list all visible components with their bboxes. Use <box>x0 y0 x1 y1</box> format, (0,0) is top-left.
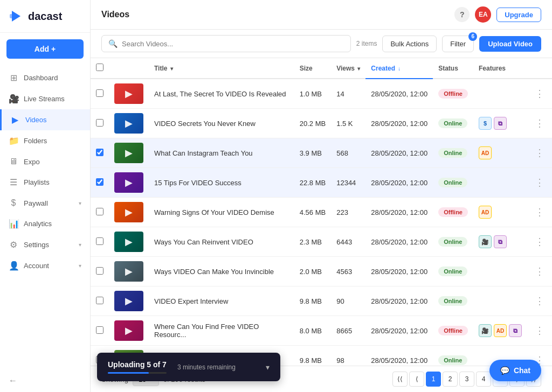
sidebar-item-account[interactable]: 👤 Account ▾ <box>0 255 90 276</box>
sidebar-item-playlists[interactable]: ☰ Playlists <box>0 172 90 193</box>
sidebar-item-label: Playlists <box>24 178 81 186</box>
video-status: Online <box>433 286 473 316</box>
page-first-button[interactable]: ⟨⟨ <box>392 372 408 387</box>
row-more-cell: ⋮ <box>527 286 552 316</box>
row-checkbox[interactable] <box>96 178 104 186</box>
upload-progress-bar <box>108 372 167 374</box>
status-badge: Online <box>438 355 467 365</box>
row-more-button[interactable]: ⋮ <box>533 324 547 338</box>
page-1-button[interactable]: 1 <box>426 372 441 387</box>
sidebar-item-folders[interactable]: 📁 Folders <box>0 130 90 151</box>
play-icon: ▶ <box>125 236 133 248</box>
feature-ad: AD <box>479 206 492 219</box>
header-actions: ? EA Upgrade <box>454 6 541 23</box>
sidebar-item-dashboard[interactable]: ⊞ Dashboard <box>0 67 90 88</box>
header-title[interactable]: Title ▾ <box>149 58 294 79</box>
row-checkbox-cell <box>91 316 109 346</box>
table-body: ▶ At Last, The Secret To VIDEO Is Reveal… <box>91 79 552 366</box>
video-title[interactable]: 15 Tips For VIDEO Success <box>149 168 294 198</box>
playlists-icon: ☰ <box>9 177 18 187</box>
select-all-checkbox[interactable] <box>96 64 104 71</box>
feature-ad: AD <box>494 324 507 337</box>
row-checkbox-cell <box>91 198 109 227</box>
feature-ad: AD <box>479 146 492 159</box>
row-more-button[interactable]: ⋮ <box>533 146 547 160</box>
video-created: 28/05/2020, 12:00 <box>365 79 433 109</box>
sidebar-item-videos[interactable]: ▶ Videos <box>0 109 90 130</box>
help-button[interactable]: ? <box>454 7 470 22</box>
row-checkbox[interactable] <box>96 326 104 334</box>
page-2-button[interactable]: 2 <box>443 372 458 387</box>
upload-bar-text: Uploading 5 of 7 <box>108 360 167 369</box>
row-checkbox[interactable] <box>96 119 104 127</box>
row-checkbox[interactable] <box>96 149 104 156</box>
chat-button[interactable]: 💬 Chat <box>489 360 541 381</box>
sidebar-item-live-streams[interactable]: 🎥 Live Streams <box>0 88 90 109</box>
avatar[interactable]: EA <box>475 6 491 23</box>
upgrade-button[interactable]: Upgrade <box>496 8 541 22</box>
sidebar-item-expo[interactable]: 🖥 Expo <box>0 151 90 172</box>
svg-rect-1 <box>10 14 13 18</box>
sidebar-item-paywall[interactable]: $ Paywall ▾ <box>0 193 90 213</box>
video-size: 22.8 MB <box>294 168 331 198</box>
row-checkbox-cell <box>91 109 109 138</box>
header-views[interactable]: Views ▾ <box>331 58 365 79</box>
table-row: ▶ Warning Signs Of Your VIDEO Demise 4.5… <box>91 198 552 227</box>
sidebar-collapse-button[interactable]: ← <box>9 376 17 385</box>
header-features: Features <box>473 58 527 79</box>
page-prev-button[interactable]: ⟨ <box>409 372 424 387</box>
upload-collapse-icon[interactable]: ▾ <box>266 363 270 372</box>
bulk-actions-button[interactable]: Bulk Actions <box>382 36 437 52</box>
video-created: 28/05/2020, 12:00 <box>365 316 433 346</box>
feature-copy: ⧉ <box>494 117 507 130</box>
video-title[interactable]: Warning Signs Of Your VIDEO Demise <box>149 198 294 227</box>
video-features <box>473 168 527 198</box>
video-features <box>473 286 527 316</box>
video-features: $⧉ <box>473 109 527 138</box>
video-views: 98 <box>331 346 365 366</box>
video-title[interactable]: Ways VIDEO Can Make You Invincible <box>149 257 294 286</box>
video-status: Offline <box>433 316 473 346</box>
sidebar: dacast Add + ⊞ Dashboard 🎥 Live Streams … <box>0 0 91 392</box>
video-size: 3.9 MB <box>294 138 331 168</box>
search-box[interactable]: 🔍 <box>101 35 351 52</box>
video-title[interactable]: VIDEO Expert Interview <box>149 286 294 316</box>
features-cell: $⧉ <box>479 117 522 130</box>
add-button[interactable]: Add + <box>6 39 84 59</box>
video-title[interactable]: Ways You Can Reinvent VIDEO <box>149 227 294 257</box>
sidebar-item-analytics[interactable]: 📊 Analytics <box>0 213 90 234</box>
filter-badge: 6 <box>468 32 477 41</box>
video-title[interactable]: At Last, The Secret To VIDEO Is Revealed <box>149 79 294 109</box>
row-more-button[interactable]: ⋮ <box>533 264 547 278</box>
search-input[interactable] <box>122 40 344 48</box>
video-title[interactable]: VIDEO Secrets You Never Knew <box>149 109 294 138</box>
row-checkbox[interactable] <box>96 208 104 215</box>
row-checkbox[interactable] <box>96 237 104 245</box>
analytics-icon: 📊 <box>9 219 18 229</box>
page-4-button[interactable]: 4 <box>476 372 491 387</box>
row-checkbox[interactable] <box>96 267 104 275</box>
video-views: 1.5 K <box>331 109 365 138</box>
thumbnail-cell: ▶ <box>109 316 149 346</box>
sidebar-item-settings[interactable]: ⚙ Settings ▾ <box>0 234 90 255</box>
video-title[interactable]: Where Can You Find Free VIDEO Resourc... <box>149 316 294 346</box>
row-checkbox[interactable] <box>96 89 104 97</box>
video-title[interactable]: What Can Instagram Teach You <box>149 138 294 168</box>
views-sort-icon: ▾ <box>357 66 360 72</box>
video-status: Offline <box>433 198 473 227</box>
row-more-button[interactable]: ⋮ <box>533 235 547 249</box>
row-more-button[interactable]: ⋮ <box>533 294 547 308</box>
status-badge: Online <box>438 267 467 276</box>
row-checkbox[interactable] <box>96 297 104 304</box>
header-created[interactable]: Created ↓ <box>365 58 433 79</box>
page-3-button[interactable]: 3 <box>459 372 474 387</box>
video-thumbnail: ▶ <box>114 172 143 193</box>
row-more-button[interactable]: ⋮ <box>533 87 547 101</box>
row-more-button[interactable]: ⋮ <box>533 176 547 190</box>
video-size: 4.56 MB <box>294 198 331 227</box>
title-sort-icon: ▾ <box>170 66 173 72</box>
row-more-button[interactable]: ⋮ <box>533 116 547 130</box>
upload-video-button[interactable]: Upload Video <box>479 36 541 52</box>
status-badge: Online <box>438 118 467 128</box>
row-more-button[interactable]: ⋮ <box>533 205 547 219</box>
